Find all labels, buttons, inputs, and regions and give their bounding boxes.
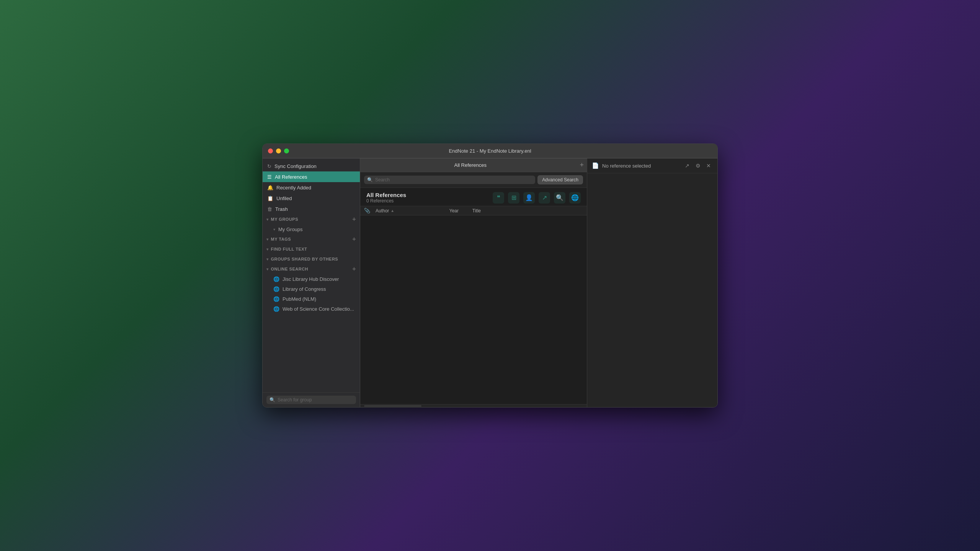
find-fulltext-button[interactable]: 🔍 [554, 192, 565, 204]
sidebar-section-online-search[interactable]: ▾ ONLINE SEARCH + [263, 264, 360, 274]
search-bar: 🔍 Advanced Search [360, 172, 587, 188]
online-search-add-button[interactable]: + [352, 266, 356, 272]
right-header-actions: ↗ ⚙ ✕ [683, 161, 713, 170]
search-group-input-wrap: 🔍 [266, 396, 356, 404]
find-full-text-section-label: FIND FULL TEXT [271, 247, 307, 251]
search-input-icon: 🔍 [367, 177, 373, 183]
no-reference-label: No reference selected [602, 163, 680, 169]
external-link-icon: ↗ [685, 163, 689, 169]
sync-icon: ↻ [267, 163, 271, 169]
recently-added-icon: 🔔 [267, 185, 273, 191]
sidebar-item-recently-added[interactable]: 🔔 Recently Added [263, 182, 360, 193]
col-title-header[interactable]: Title [472, 208, 583, 214]
export-button[interactable]: ↗ [539, 192, 550, 204]
loc-globe-icon: 🌐 [273, 286, 279, 292]
sidebar-sync-label: Sync Configuration [274, 163, 317, 169]
main-content: ↻ Sync Configuration ☰ All References 🔔 … [263, 158, 717, 407]
sidebar-item-web-of-science[interactable]: 🌐 Web of Science Core Collectio... [263, 304, 360, 314]
online-search-chevron: ▾ [266, 267, 269, 271]
right-external-link-button[interactable]: ↗ [683, 161, 691, 170]
col-attachment-header: 📎 [364, 208, 376, 214]
center-header-title: All References [363, 162, 577, 168]
main-window: EndNote 21 - My EndNote Library.enl ↻ Sy… [262, 143, 718, 408]
sidebar-item-all-references[interactable]: ☰ All References [263, 171, 360, 182]
search-input-wrap: 🔍 [364, 176, 535, 184]
center-header: All References + [360, 158, 587, 172]
online-search-button[interactable]: 🌐 [569, 192, 581, 204]
unfiled-icon: 📋 [267, 196, 273, 201]
pubmed-label: PubMed (NLM) [283, 296, 316, 302]
add-reference-button[interactable]: ⊞ [508, 192, 519, 204]
col-year-header[interactable]: Year [449, 208, 472, 214]
groups-shared-section-label: GROUPS SHARED BY OTHERS [271, 257, 338, 261]
ref-title-area: All References 0 References [366, 192, 406, 204]
sidebar-footer: 🔍 [263, 392, 360, 407]
sidebar: ↻ Sync Configuration ☰ All References 🔔 … [263, 158, 360, 407]
attachment-icon: 📎 [364, 208, 370, 214]
titlebar: EndNote 21 - My EndNote Library.enl [263, 144, 717, 158]
sidebar-item-pubmed[interactable]: 🌐 PubMed (NLM) [263, 294, 360, 304]
gear-icon: ⚙ [696, 163, 701, 169]
sidebar-unfiled-label: Unfiled [276, 196, 292, 201]
close-button[interactable] [268, 148, 273, 153]
wos-label: Web of Science Core Collectio... [283, 306, 354, 312]
sidebar-recently-added-label: Recently Added [276, 185, 311, 191]
traffic-lights [268, 148, 289, 153]
sidebar-item-trash[interactable]: 🗑 Trash [263, 204, 360, 214]
sidebar-section-my-groups[interactable]: ▾ MY GROUPS + [263, 214, 360, 224]
references-toolbar: All References 0 References ❝ ⊞ 👤 ↗ [360, 188, 587, 206]
col-author-header[interactable]: Author ▲ [376, 208, 449, 214]
sidebar-item-library-of-congress[interactable]: 🌐 Library of Congress [263, 284, 360, 294]
my-groups-label: My Groups [278, 227, 303, 232]
export-icon: ↗ [542, 194, 547, 201]
right-gear-button[interactable]: ⚙ [694, 161, 702, 170]
sidebar-item-unfiled[interactable]: 📋 Unfiled [263, 193, 360, 204]
author-label: Author [376, 208, 389, 214]
search-input[interactable] [375, 177, 532, 183]
sidebar-item-jisc[interactable]: 🌐 Jisc Library Hub Discover [263, 274, 360, 284]
sidebar-section-groups-shared[interactable]: ▾ GROUPS SHARED BY OTHERS [263, 254, 360, 264]
jisc-globe-icon: 🌐 [273, 276, 279, 282]
cite-icon: ❝ [497, 194, 500, 201]
my-groups-chevron: ▾ [266, 217, 269, 222]
sidebar-item-my-groups[interactable]: ▾ My Groups [263, 224, 360, 234]
my-tags-section-label: MY TAGS [271, 237, 291, 241]
horizontal-scrollbar[interactable] [364, 405, 421, 407]
groups-shared-chevron: ▾ [266, 257, 269, 261]
table-body [360, 215, 587, 404]
minimize-button[interactable] [276, 148, 281, 153]
title-label: Title [472, 208, 481, 214]
sidebar-body: ↻ Sync Configuration ☰ All References 🔔 … [263, 158, 360, 392]
cite-button[interactable]: ❝ [493, 192, 504, 204]
loc-label: Library of Congress [283, 286, 326, 292]
online-search-icon: 🌐 [571, 194, 579, 201]
advanced-search-button[interactable]: Advanced Search [537, 175, 583, 184]
share-button[interactable]: 👤 [523, 192, 535, 204]
sidebar-item-sync[interactable]: ↻ Sync Configuration [263, 161, 360, 171]
search-group-icon: 🔍 [270, 397, 275, 403]
wos-globe-icon: 🌐 [273, 306, 279, 312]
window-title: EndNote 21 - My EndNote Library.enl [449, 148, 531, 154]
right-close-button[interactable]: ✕ [704, 161, 713, 170]
sidebar-all-references-label: All References [275, 174, 307, 180]
toolbar-icons: ❝ ⊞ 👤 ↗ 🔍 🌐 [493, 192, 581, 204]
maximize-button[interactable] [284, 148, 289, 153]
share-icon: 👤 [525, 194, 533, 201]
ref-section-title: All References [366, 192, 406, 198]
my-tags-add-button[interactable]: + [352, 236, 356, 243]
scrollbar-area [360, 404, 587, 407]
my-groups-add-button[interactable]: + [352, 216, 356, 223]
sidebar-section-my-tags[interactable]: ▾ MY TAGS + [263, 234, 360, 244]
center-header-plus-button[interactable]: + [580, 161, 584, 169]
ref-count: 0 References [366, 198, 406, 204]
close-icon: ✕ [706, 163, 711, 169]
doc-icon: 📄 [592, 162, 599, 169]
my-groups-sub-chevron: ▾ [273, 227, 275, 231]
find-text-icon: 🔍 [556, 194, 564, 201]
search-group-input[interactable] [278, 397, 353, 403]
find-full-text-chevron: ▾ [266, 247, 269, 251]
online-search-section-label: ONLINE SEARCH [271, 267, 309, 271]
sidebar-section-find-full-text[interactable]: ▾ FIND FULL TEXT [263, 244, 360, 254]
right-panel: 📄 No reference selected ↗ ⚙ ✕ [587, 158, 717, 407]
right-panel-body [587, 173, 717, 407]
